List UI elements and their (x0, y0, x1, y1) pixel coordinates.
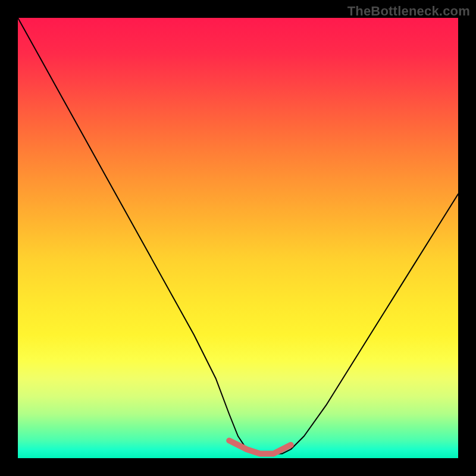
chart-frame: TheBottleneck.com (0, 0, 476, 476)
main-curve (18, 18, 458, 454)
curve-layer (18, 18, 458, 458)
bottom-highlight (229, 440, 291, 453)
watermark-text: TheBottleneck.com (347, 4, 470, 19)
gradient-plot-area (18, 18, 458, 458)
